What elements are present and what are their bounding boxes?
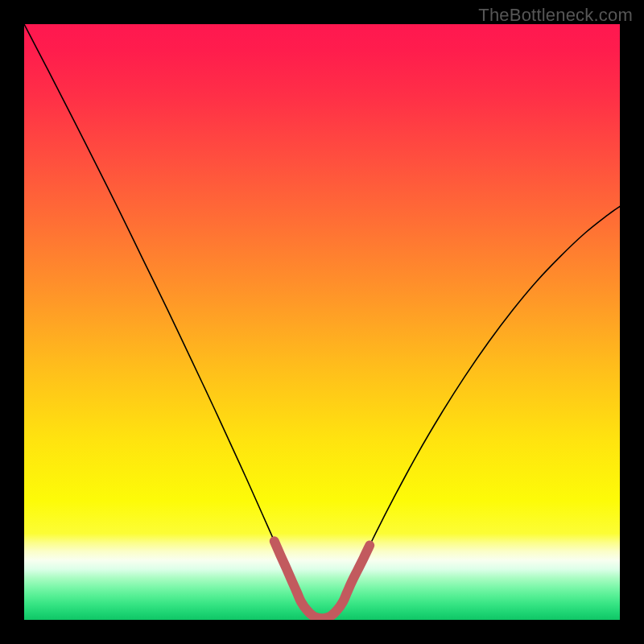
chart-frame: TheBottleneck.com xyxy=(0,0,644,644)
watermark-text: TheBottleneck.com xyxy=(478,5,633,26)
optimal-band xyxy=(24,24,620,620)
plot-area xyxy=(24,24,620,620)
